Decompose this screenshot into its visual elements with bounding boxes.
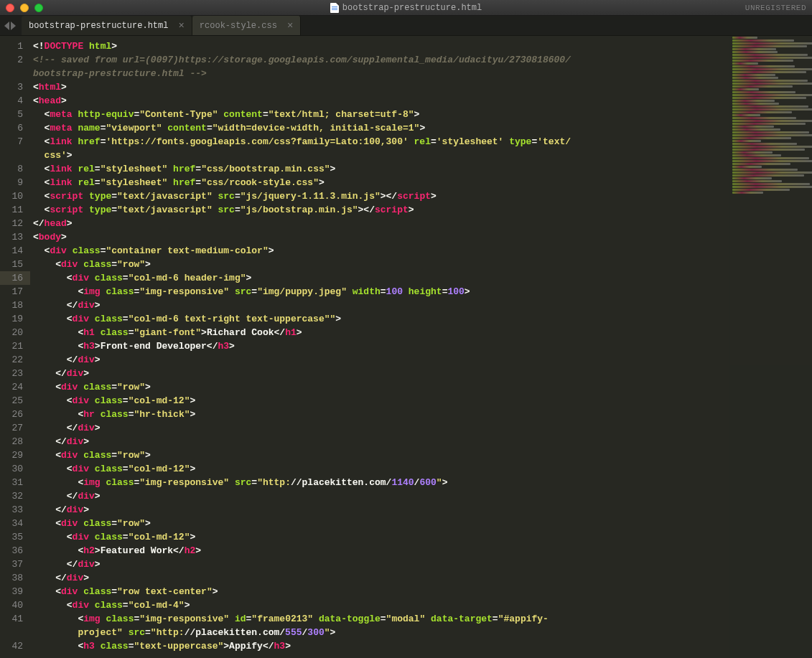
minimap[interactable] — [729, 36, 812, 658]
line-number[interactable]: 13 — [0, 230, 23, 244]
tab-1[interactable]: rcook-style.css× — [192, 16, 301, 35]
forward-button[interactable] — [11, 22, 16, 30]
line-number[interactable]: 28 — [0, 435, 23, 448]
code-line[interactable]: </div> — [33, 353, 812, 367]
line-number[interactable]: 36 — [0, 544, 23, 558]
code-line[interactable]: </div> — [33, 503, 812, 517]
line-number[interactable]: 3 — [0, 80, 23, 94]
code-area[interactable]: <!DOCTYPE html><!-- saved from url=(0097… — [30, 36, 812, 658]
line-number[interactable]: 40 — [0, 598, 23, 612]
code-line[interactable]: <div class="col-md-6 text-right text-upp… — [33, 312, 812, 326]
code-line[interactable]: <img class="img-responsive" src="img/pup… — [33, 285, 812, 299]
code-line[interactable]: <hr class="hr-thick"> — [33, 408, 812, 421]
code-line[interactable]: </div> — [33, 558, 812, 571]
code-line[interactable]: css'> — [33, 149, 812, 162]
line-number[interactable]: 27 — [0, 421, 23, 435]
code-line[interactable]: bootstrap-prestructure.html --> — [33, 67, 812, 80]
line-number[interactable]: 34 — [0, 517, 23, 530]
code-line[interactable]: <meta http-equiv="Content-Type" content=… — [33, 108, 812, 121]
close-icon[interactable]: × — [178, 21, 184, 31]
code-line[interactable]: <div class="col-md-6 header-img"> — [33, 271, 812, 285]
line-number[interactable]: 8 — [0, 162, 23, 176]
code-line[interactable]: <h3>Front-end Developer</h3> — [33, 339, 812, 353]
line-number[interactable]: 32 — [0, 489, 23, 503]
line-number[interactable]: 12 — [0, 217, 23, 230]
code-line[interactable]: <div class="row"> — [33, 258, 812, 271]
close-icon[interactable]: × — [287, 21, 293, 31]
code-line[interactable]: </div> — [33, 367, 812, 380]
code-line[interactable]: <head> — [33, 94, 812, 108]
line-number[interactable] — [0, 626, 23, 639]
line-number[interactable]: 7 — [0, 135, 23, 149]
line-number[interactable]: 5 — [0, 108, 23, 121]
code-line[interactable]: <h3 class="text-uppercase">Appify</h3> — [33, 639, 812, 653]
line-number[interactable]: 19 — [0, 312, 23, 326]
code-line[interactable]: </div> — [33, 299, 812, 312]
line-number[interactable]: 42 — [0, 639, 23, 653]
line-number[interactable]: 18 — [0, 299, 23, 312]
code-line[interactable]: <img class="img-responsive" src="http://… — [33, 476, 812, 489]
code-line[interactable]: </head> — [33, 217, 812, 230]
line-number[interactable] — [0, 653, 23, 658]
code-line[interactable]: <div class="row"> — [33, 448, 812, 462]
line-number[interactable]: 9 — [0, 176, 23, 189]
line-number[interactable] — [0, 67, 23, 80]
code-line[interactable]: <script type="text/javascript" src="js/j… — [33, 189, 812, 203]
code-line[interactable]: <meta name="viewport" content="width=dev… — [33, 121, 812, 135]
code-line[interactable]: </div> — [33, 489, 812, 503]
line-number[interactable]: 6 — [0, 121, 23, 135]
code-line[interactable]: <link href='https://fonts.googleapis.com… — [33, 135, 812, 149]
code-line[interactable]: <html> — [33, 80, 812, 94]
line-number[interactable]: 11 — [0, 203, 23, 217]
line-number[interactable]: 23 — [0, 367, 23, 380]
line-number[interactable]: 25 — [0, 394, 23, 408]
line-number[interactable]: 14 — [0, 244, 23, 258]
code-line[interactable]: <body> — [33, 230, 812, 244]
line-number[interactable]: 37 — [0, 558, 23, 571]
code-line[interactable]: <link rel="stylesheet" href="css/bootstr… — [33, 162, 812, 176]
code-line[interactable]: </div> — [33, 421, 812, 435]
line-number[interactable]: 30 — [0, 462, 23, 476]
line-number[interactable]: 41 — [0, 612, 23, 626]
code-line[interactable]: <h1 class="giant-font">Richard Cook</h1> — [33, 326, 812, 339]
line-number[interactable]: 39 — [0, 585, 23, 598]
line-number[interactable]: 33 — [0, 503, 23, 517]
code-line[interactable] — [33, 653, 812, 658]
code-line[interactable]: <div class="container text-medium-color"… — [33, 244, 812, 258]
line-number[interactable]: 35 — [0, 530, 23, 544]
code-line[interactable]: <div class="row"> — [33, 517, 812, 530]
line-number[interactable]: 22 — [0, 353, 23, 367]
line-number[interactable]: 1 — [0, 39, 23, 53]
line-number[interactable]: 20 — [0, 326, 23, 339]
line-number[interactable]: 16 — [0, 271, 30, 285]
code-line[interactable]: <h2>Featured Work</h2> — [33, 544, 812, 558]
code-line[interactable]: <!DOCTYPE html> — [33, 39, 812, 53]
line-gutter[interactable]: 1234567891011121314151617181920212223242… — [0, 36, 30, 658]
code-line[interactable]: </div> — [33, 571, 812, 585]
line-number[interactable]: 21 — [0, 339, 23, 353]
code-line[interactable]: <div class="col-md-12"> — [33, 394, 812, 408]
line-number[interactable]: 38 — [0, 571, 23, 585]
line-number[interactable] — [0, 149, 23, 162]
code-line[interactable]: <div class="col-md-12"> — [33, 530, 812, 544]
line-number[interactable]: 10 — [0, 189, 23, 203]
code-line[interactable]: <img class="img-responsive" id="frame021… — [33, 612, 812, 626]
line-number[interactable]: 15 — [0, 258, 23, 271]
back-button[interactable] — [4, 22, 9, 30]
line-number[interactable]: 4 — [0, 94, 23, 108]
code-line[interactable]: <link rel="stylesheet" href="css/rcook-s… — [33, 176, 812, 189]
line-number[interactable]: 17 — [0, 285, 23, 299]
line-number[interactable]: 31 — [0, 476, 23, 489]
line-number[interactable]: 2 — [0, 53, 23, 67]
code-line[interactable]: <div class="row text-center"> — [33, 585, 812, 598]
code-line[interactable]: <!-- saved from url=(0097)https://storag… — [33, 53, 812, 67]
code-line[interactable]: <div class="col-md-12"> — [33, 462, 812, 476]
tab-0[interactable]: bootstrap-prestructure.html× — [22, 16, 192, 35]
code-line[interactable]: <div class="col-md-4"> — [33, 598, 812, 612]
line-number[interactable]: 24 — [0, 380, 23, 394]
code-line[interactable]: <script type="text/javascript" src="js/b… — [33, 203, 812, 217]
code-line[interactable]: project" src="http://placekitten.com/555… — [33, 626, 812, 639]
code-line[interactable]: <div class="row"> — [33, 380, 812, 394]
code-line[interactable]: </div> — [33, 435, 812, 448]
line-number[interactable]: 26 — [0, 408, 23, 421]
